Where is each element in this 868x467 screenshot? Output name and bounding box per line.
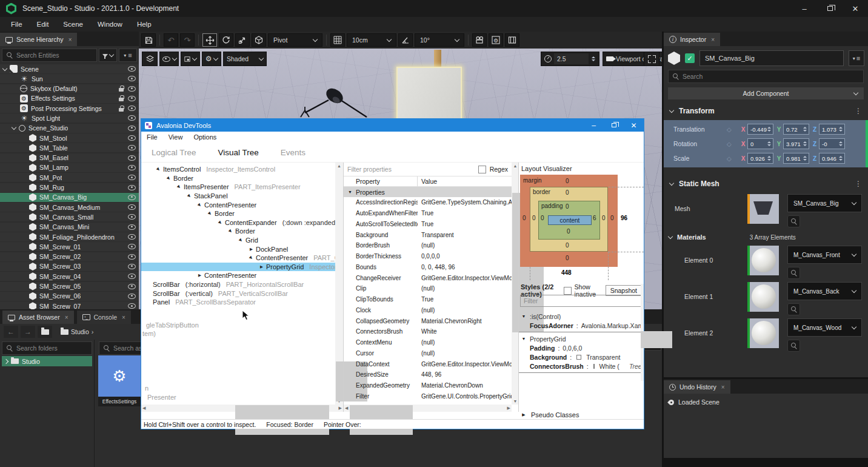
devtools-tab-visual-tree[interactable]: Visual Tree [218,148,259,157]
property-row-connectorsbrush[interactable]: ConnectorsBrushWhite [344,326,512,337]
property-row-borderthickness[interactable]: BorderThickness0,0,0,0 [344,251,512,262]
collapse-chevron-icon[interactable] [668,234,673,239]
visibility-eye-icon[interactable] [128,244,136,249]
keyframe-diamond-icon[interactable]: ◇ [727,155,739,162]
devtools-menu-view[interactable]: View [163,133,189,141]
visibility-eye-icon[interactable] [128,76,136,81]
materials-header[interactable]: Materials 3 Array Elements [664,229,868,244]
tree-node-itemscontrol[interactable]: ItemsControlInspector_ItemsControl [141,165,335,174]
value-spinner[interactable] [803,156,807,161]
visibility-eye-icon[interactable] [128,234,136,240]
hierarchy-item-skybox-default-[interactable]: Skybox (Default) [0,84,139,93]
menu-scene[interactable]: Scene [56,21,90,28]
property-row-filter[interactable]: FilterGritGene.UI.Controls.PropertyGrid.… [344,391,512,402]
visibility-eye-icon[interactable] [128,96,136,101]
visibility-eye-icon[interactable] [128,175,136,180]
value-spinner[interactable] [838,141,843,147]
rotation-x-field[interactable]: 0 [747,138,773,149]
column-value[interactable]: Value [418,178,437,185]
tree-node-itemspresenter[interactable]: ItemsPresenterPART_ItemsPresenter [141,183,335,192]
visibility-eye-icon[interactable] [128,66,136,72]
folder-item-studio[interactable]: Studio [2,356,92,366]
property-row-desiredsize[interactable]: DesiredSize448, 96 [344,369,512,380]
close-tab-icon[interactable]: × [122,314,125,321]
fullscreen-button[interactable] [644,52,659,66]
inspector-search-input[interactable] [683,73,859,80]
show-inactive-checkbox[interactable] [564,287,572,295]
spin-down-icon[interactable] [767,130,771,132]
mesh-thumbnail[interactable] [747,194,779,224]
tree-node-contentpresenter[interactable]: ContentPresenter [141,200,335,209]
node-expander-icon[interactable] [247,255,256,260]
spin-down-icon[interactable] [803,144,807,146]
menu-window[interactable]: Window [90,21,130,28]
translation-y-field[interactable]: 0.72 [783,124,809,135]
hierarchy-item-sm-screw-06[interactable]: SM_Screw_06 [0,292,139,301]
visibility-eye-icon[interactable] [128,303,136,309]
tree-node-border[interactable]: Border [141,227,335,236]
pivot-dropdown[interactable]: Pivot [268,33,322,47]
devtools-menu-file[interactable]: File [141,133,163,141]
restore-button[interactable] [817,0,843,17]
hierarchy-item-sm-table[interactable]: SM_Table [0,143,139,152]
property-row-expandedgeometry[interactable]: ExpandedGeometryMaterial.ChevronDown [344,380,512,391]
collapse-chevron-icon[interactable] [669,181,674,186]
property-row-accessindirectionregistry[interactable]: AccessIndirectionRegistryGritGene.TypeSy… [344,197,512,208]
node-expander-icon[interactable] [257,264,266,269]
visibility-eye-icon[interactable] [128,195,136,200]
layers-button[interactable] [142,52,158,66]
property-row-background[interactable]: BackgroundTransparent [344,229,512,240]
expand-arrow-icon[interactable]: ▶ [521,412,527,417]
scale-z-field[interactable]: 0.946 [819,153,845,164]
menu-edit[interactable]: Edit [30,21,56,28]
styles-filter-input[interactable] [524,297,638,304]
hierarchy-item-sm-rug[interactable]: SM_Rug [0,183,139,192]
viewport-options-button[interactable] [202,52,221,66]
translation-x-field[interactable]: -0.449 [747,124,773,135]
hierarchy-item-sm-screw-04[interactable]: SM_Screw_04 [0,272,139,281]
hierarchy-item-sm-stool[interactable]: SM_Stool [0,133,139,143]
value-spinner[interactable] [803,141,807,147]
visibility-eye-icon[interactable] [128,204,136,210]
rotation-y-field[interactable]: 3.971 [783,138,809,149]
redo-button[interactable]: ↷ [180,33,195,47]
material-thumbnail[interactable] [747,246,779,275]
mesh-dropdown[interactable]: SM_Canvas_Big [787,194,862,212]
visibility-eye-icon[interactable] [128,254,136,260]
hierarchy-item-sm-foliage-philodendron[interactable]: SM_Foliage_Philodendron [0,232,139,241]
back-button[interactable]: ← [4,326,18,338]
collapse-arrow-icon[interactable]: ▼ [521,337,527,341]
tree-vertical-scrollbar[interactable]: ▲ ▼ [335,163,343,405]
locate-asset-button[interactable] [787,215,800,227]
property-row-bounds[interactable]: Bounds0, 0, 448, 96 [344,262,512,273]
node-expander-icon[interactable] [205,211,215,216]
tree-node-scrollbar[interactable]: ScrollBar(:horizontal)PART_HorizontalScr… [141,280,335,289]
property-row-clock[interactable]: Clock(null) [344,305,512,316]
column-property[interactable]: Property [344,176,418,186]
property-row-autoscrolltoselecteditem[interactable]: AutoScrollToSelectedItemTrue [344,219,512,230]
tree-node-propertygrid[interactable]: PropertyGridInspector [141,263,335,272]
node-expander-icon[interactable] [175,184,184,189]
pseudo-classes-row[interactable]: ▶ Pseudo Classes [521,411,579,418]
spin-up-icon[interactable] [803,141,807,143]
minimize-button[interactable]: – [584,119,604,132]
asset-tile-effectssettings[interactable]: EffectsSettings [98,355,141,406]
locate-asset-button[interactable] [787,267,800,279]
material-thumbnail[interactable] [747,282,779,312]
entity-options-button[interactable]: ▾≡ [849,50,864,66]
visibility-eye-icon[interactable] [128,294,136,299]
visibility-eye-icon[interactable] [128,115,136,121]
hierarchy-item-sm-screw-01[interactable]: SM_Screw_01 [0,242,139,251]
value-spinner[interactable] [767,156,772,161]
devtools-tab-events[interactable]: Events [281,148,305,157]
grid-size-dropdown[interactable]: 10cm [347,33,396,47]
property-row-contextmenu[interactable]: ContextMenu(null) [344,337,512,348]
entity-name-input[interactable] [705,55,838,62]
hierarchy-item-effects-settings[interactable]: Effects Settings [0,94,139,103]
spin-up-icon[interactable] [767,127,771,129]
style-selector-propertygrid[interactable]: ▼PropertyGrid [519,334,641,343]
collapse-arrow-icon[interactable]: ▼ [348,190,352,194]
angle-snap-dropdown[interactable]: 10° [415,33,464,47]
hierarchy-item-post-processing-settings[interactable]: Post Processing Settings [0,104,139,113]
tree-node-panel[interactable]: PanelPART_ScrollBarsSeparator [141,298,335,307]
